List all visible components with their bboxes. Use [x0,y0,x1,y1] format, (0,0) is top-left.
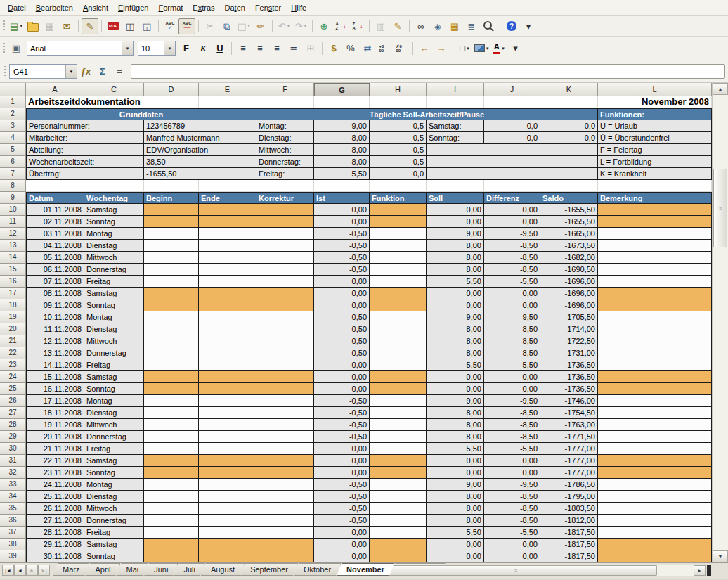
cell-beginn[interactable] [144,347,199,359]
table-header-bemerkung[interactable]: Bemerkung [598,192,712,204]
row-header-24[interactable]: 24 [0,371,26,383]
cell-differenz[interactable]: 0,00 [484,455,540,467]
cell-wochentag[interactable]: Montag [84,395,144,407]
cell-empty[interactable] [370,96,427,108]
cell-ist[interactable]: 0,00 [314,550,370,562]
cell-beginn[interactable] [144,204,199,216]
cell-ende[interactable] [199,347,256,359]
cell-funktion[interactable] [370,299,427,311]
cell-ist[interactable]: -0,50 [314,419,370,431]
cell-saldo[interactable]: -1665,00 [540,228,598,240]
cell-beginn[interactable] [144,407,199,419]
cell-ende[interactable] [199,503,256,515]
cell-saldo[interactable]: -1736,50 [540,383,598,395]
weekday-pause[interactable]: 0,5 [370,144,427,156]
function-legend[interactable]: U = Urlaub [598,120,712,132]
cell-bemerkung[interactable] [598,347,712,359]
clone-formatting-button[interactable]: ✏ [252,18,269,34]
cell-bemerkung[interactable] [598,467,712,479]
cell-korrektur[interactable] [256,288,314,299]
row-header-21[interactable]: 21 [0,335,26,347]
cell-beginn[interactable] [144,431,199,443]
cell-differenz[interactable]: 0,00 [484,539,540,550]
open-file-button[interactable] [25,18,41,34]
scroll-right-icon[interactable]: ► [694,565,706,576]
cell-korrektur[interactable] [256,323,314,335]
function-wizard-icon[interactable]: ƒx [78,65,93,79]
dropdown-arrow-icon[interactable]: ▾ [304,23,307,29]
cell-empty[interactable] [314,180,370,192]
cell-ende[interactable] [199,311,256,323]
cell-differenz[interactable]: 0,00 [484,288,540,299]
sheet-tab-august[interactable]: August [201,563,245,576]
cell-saldo[interactable]: -1696,00 [540,276,598,288]
cell-wochentag[interactable]: Dienstag [84,491,144,503]
cell-soll[interactable]: 5,50 [427,276,484,288]
cell-bemerkung[interactable] [598,419,712,431]
cell-beginn[interactable] [144,550,199,562]
underline-button[interactable]: U [212,40,228,56]
cell-funktion[interactable] [370,395,427,407]
cell-korrektur[interactable] [256,455,314,467]
cell-ist[interactable]: 0,00 [314,539,370,550]
background-color-button[interactable]: ▾ [473,40,490,56]
cell-datum[interactable]: 20.11.2008 [26,431,84,443]
cell-saldo[interactable]: -1736,50 [540,371,598,383]
cell-korrektur[interactable] [256,550,314,562]
column-header-L[interactable]: L [598,83,712,96]
help-button[interactable]: ? [503,18,520,34]
cell-datum[interactable]: 06.11.2008 [26,264,84,276]
cell-funktion[interactable] [370,431,427,443]
sheet-tab-juni[interactable]: Juni [144,563,178,576]
horizontal-scrollbar[interactable]: ◄ ≡ ► [342,565,706,576]
grunddaten-value[interactable]: EDV/Organisation [144,144,256,156]
cell-ist[interactable]: -0,50 [314,479,370,491]
cell-wochentag[interactable]: Donnerstag [84,515,144,527]
sort-descending-button[interactable]: ZA [349,18,366,34]
cut-button[interactable]: ✂ [202,18,219,34]
menu-ansicht[interactable]: Ansicht [78,2,113,13]
cell-ende[interactable] [199,335,256,347]
cell-saldo[interactable]: -1746,00 [540,395,598,407]
cell-empty[interactable] [256,96,314,108]
cell-empty[interactable] [144,180,199,192]
cell-bemerkung[interactable] [598,228,712,240]
menu-einfügen[interactable]: Einfügen [113,2,153,13]
cell-saldo[interactable]: -1803,50 [540,503,598,515]
cell-datum[interactable]: 03.11.2008 [26,228,84,240]
cell-saldo[interactable]: -1786,50 [540,479,598,491]
cell-saldo[interactable]: -1736,50 [540,359,598,371]
cell-wochentag[interactable]: Freitag [84,276,144,288]
cell-soll[interactable]: 0,00 [427,383,484,395]
column-header-A[interactable]: A [26,83,84,96]
cell-empty[interactable] [540,180,598,192]
row-header-7[interactable]: 7 [0,168,26,180]
cell-bemerkung[interactable] [598,335,712,347]
cell-soll[interactable]: 8,00 [427,515,484,527]
sum-icon[interactable]: Σ [95,65,110,79]
cell-saldo[interactable]: -1673,50 [540,240,598,252]
vertical-scroll-track[interactable]: ≡ [713,95,728,550]
weekday-label[interactable]: Montag: [256,120,314,132]
cell-wochentag[interactable]: Samstag [84,288,144,299]
cell-wochentag[interactable]: Donnerstag [84,431,144,443]
cell-differenz[interactable]: -8,50 [484,407,540,419]
column-header-I[interactable]: I [427,83,484,96]
cell-bemerkung[interactable] [598,503,712,515]
menu-datei[interactable]: Datei [3,2,31,13]
cell-differenz[interactable]: -8,50 [484,323,540,335]
cell-funktion[interactable] [370,240,427,252]
cell-differenz[interactable]: -8,50 [484,491,540,503]
cell-differenz[interactable]: -5,50 [484,443,540,455]
cell-ende[interactable] [199,491,256,503]
cell-beginn[interactable] [144,419,199,431]
cell-soll[interactable]: 8,00 [427,240,484,252]
sheet-tab-mai[interactable]: Mai [116,563,148,576]
cell-differenz[interactable]: -8,50 [484,347,540,359]
cell-bemerkung[interactable] [598,479,712,491]
sort-ascending-button[interactable]: AZ [332,18,349,34]
row-header-2[interactable]: 2 [0,108,26,120]
copy-button[interactable]: ⧉ [219,18,235,34]
cell-saldo[interactable]: -1763,00 [540,419,598,431]
grunddaten-value[interactable]: 123456789 [144,120,256,132]
